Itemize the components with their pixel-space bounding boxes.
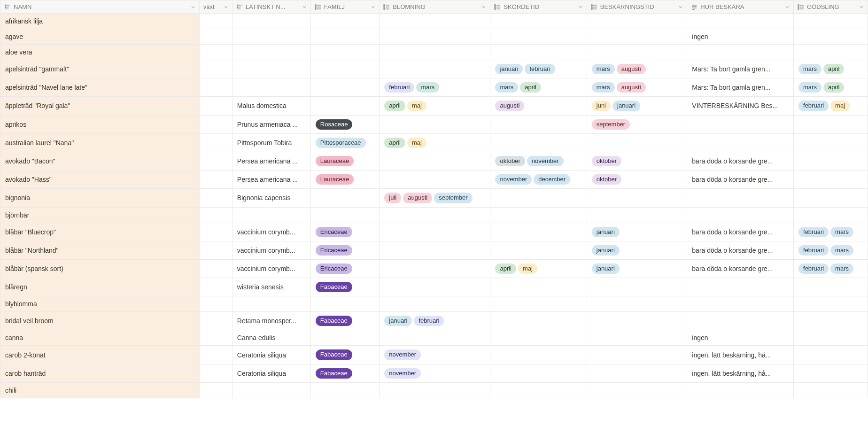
column-header-familj[interactable]: FAMILJ xyxy=(310,0,380,14)
cell-blomning[interactable] xyxy=(380,45,490,60)
cell-blomning[interactable] xyxy=(380,29,490,45)
cell-latinskt[interactable]: Canna edulis xyxy=(232,330,310,346)
cell-latinskt[interactable] xyxy=(232,14,310,29)
cell-latinskt[interactable]: vaccinium corymb... xyxy=(232,259,310,278)
cell-godsling[interactable] xyxy=(794,296,868,312)
cell-hur[interactable]: bara döda o korsande gre... xyxy=(687,170,794,189)
cell-latinskt[interactable]: Ceratonia siliqua xyxy=(232,364,310,382)
cell-vaxt[interactable] xyxy=(199,364,232,382)
cell-beskarningstid[interactable] xyxy=(587,207,687,223)
cell-godsling[interactable] xyxy=(794,278,868,296)
cell-beskarningstid[interactable]: junijanuari xyxy=(587,97,687,115)
cell-latinskt[interactable]: wisteria senesis xyxy=(232,278,310,296)
cell-beskarningstid[interactable] xyxy=(587,312,687,330)
table-row[interactable]: blåbär "Bluecrop"vaccinium corymb...Eric… xyxy=(0,223,868,241)
cell-skordetid[interactable] xyxy=(490,312,587,330)
cell-beskarningstid[interactable] xyxy=(587,296,687,312)
cell-vaxt[interactable] xyxy=(199,133,232,152)
cell-familj[interactable]: Ericaceae xyxy=(310,259,380,278)
cell-skordetid[interactable] xyxy=(490,14,587,29)
cell-vaxt[interactable] xyxy=(199,278,232,296)
cell-blomning[interactable] xyxy=(380,296,490,312)
cell-vaxt[interactable] xyxy=(199,170,232,189)
cell-blomning[interactable]: november xyxy=(380,346,490,364)
cell-namn[interactable]: chili xyxy=(0,382,200,398)
cell-hur[interactable] xyxy=(687,296,794,312)
cell-familj[interactable] xyxy=(310,382,380,398)
cell-namn[interactable]: avokado "Hass" xyxy=(0,170,200,189)
cell-skordetid[interactable] xyxy=(490,29,587,45)
cell-godsling[interactable] xyxy=(794,382,868,398)
cell-skordetid[interactable]: marsapril xyxy=(490,78,587,97)
cell-hur[interactable] xyxy=(687,133,794,152)
cell-godsling[interactable]: februarimars xyxy=(794,223,868,241)
cell-vaxt[interactable] xyxy=(199,189,232,207)
table-row[interactable]: carob 2-könatCeratonia siliquaFabaceaeno… xyxy=(0,346,868,364)
cell-beskarningstid[interactable] xyxy=(587,45,687,60)
cell-godsling[interactable]: marsapril xyxy=(794,78,868,97)
cell-godsling[interactable]: februarimaj xyxy=(794,97,868,115)
cell-godsling[interactable] xyxy=(794,133,868,152)
table-row[interactable]: björnbär xyxy=(0,207,868,223)
cell-latinskt[interactable] xyxy=(232,45,310,60)
table-row[interactable]: bridal veil broomRetama monosper...Fabac… xyxy=(0,312,868,330)
cell-skordetid[interactable] xyxy=(490,278,587,296)
table-row[interactable]: bignoniaBignonia capensisjuliaugustisept… xyxy=(0,189,868,207)
cell-vaxt[interactable] xyxy=(199,45,232,60)
cell-familj[interactable] xyxy=(310,97,380,115)
column-header-vaxt[interactable]: växt xyxy=(199,0,232,14)
cell-godsling[interactable] xyxy=(794,312,868,330)
cell-blomning[interactable] xyxy=(380,152,490,170)
cell-hur[interactable]: bara döda o korsande gre... xyxy=(687,223,794,241)
table-row[interactable]: australian laurel "Nana"Pittosporum Tobi… xyxy=(0,133,868,152)
cell-familj[interactable] xyxy=(310,78,380,97)
cell-godsling[interactable]: marsapril xyxy=(794,60,868,78)
cell-beskarningstid[interactable] xyxy=(587,364,687,382)
cell-blomning[interactable] xyxy=(380,115,490,133)
cell-hur[interactable] xyxy=(687,207,794,223)
cell-skordetid[interactable]: novemberdecember xyxy=(490,170,587,189)
cell-familj[interactable]: Rosaceae xyxy=(310,115,380,133)
table-row[interactable]: blåbär (spansk sort)vaccinium corymb...E… xyxy=(0,259,868,278)
cell-familj[interactable] xyxy=(310,60,380,78)
cell-blomning[interactable] xyxy=(380,14,490,29)
cell-godsling[interactable] xyxy=(794,115,868,133)
cell-blomning[interactable]: aprilmaj xyxy=(380,133,490,152)
cell-latinskt[interactable] xyxy=(232,29,310,45)
cell-godsling[interactable] xyxy=(794,346,868,364)
cell-godsling[interactable] xyxy=(794,14,868,29)
cell-latinskt[interactable] xyxy=(232,296,310,312)
cell-namn[interactable]: bignonia xyxy=(0,189,200,207)
cell-latinskt[interactable]: Persea americana ... xyxy=(232,170,310,189)
column-header-skordetid[interactable]: SKÖRDETID xyxy=(490,0,587,14)
cell-familj[interactable] xyxy=(310,330,380,346)
cell-beskarningstid[interactable] xyxy=(587,14,687,29)
cell-hur[interactable]: ingen, lätt beskärning, hå... xyxy=(687,364,794,382)
cell-vaxt[interactable] xyxy=(199,152,232,170)
cell-blomning[interactable] xyxy=(380,382,490,398)
table-row[interactable]: äppleträd "Royal gala"Malus domesticaapr… xyxy=(0,97,868,115)
cell-blomning[interactable]: februarimars xyxy=(380,78,490,97)
cell-hur[interactable]: bara döda o korsande gre... xyxy=(687,241,794,259)
cell-familj[interactable]: Fabaceae xyxy=(310,312,380,330)
cell-vaxt[interactable] xyxy=(199,223,232,241)
cell-namn[interactable]: blyblomma xyxy=(0,296,200,312)
cell-skordetid[interactable] xyxy=(490,189,587,207)
cell-latinskt[interactable]: Retama monosper... xyxy=(232,312,310,330)
cell-hur[interactable]: VINTERBESKÄRNING Bes... xyxy=(687,97,794,115)
cell-blomning[interactable] xyxy=(380,259,490,278)
cell-skordetid[interactable]: augusti xyxy=(490,97,587,115)
cell-familj[interactable] xyxy=(310,45,380,60)
cell-vaxt[interactable] xyxy=(199,346,232,364)
cell-blomning[interactable] xyxy=(380,223,490,241)
cell-hur[interactable]: bara döda o korsande gre... xyxy=(687,152,794,170)
table-row[interactable]: avokado "Bacon"Persea americana ...Laura… xyxy=(0,152,868,170)
cell-familj[interactable]: Ericaceae xyxy=(310,223,380,241)
cell-latinskt[interactable]: Pittosporum Tobira xyxy=(232,133,310,152)
cell-godsling[interactable] xyxy=(794,29,868,45)
cell-namn[interactable]: carob 2-könat xyxy=(0,346,200,364)
table-row[interactable]: blåbär "Northland"vaccinium corymb...Eri… xyxy=(0,241,868,259)
cell-godsling[interactable] xyxy=(794,152,868,170)
cell-beskarningstid[interactable]: januari xyxy=(587,223,687,241)
cell-namn[interactable]: aprikos xyxy=(0,115,200,133)
